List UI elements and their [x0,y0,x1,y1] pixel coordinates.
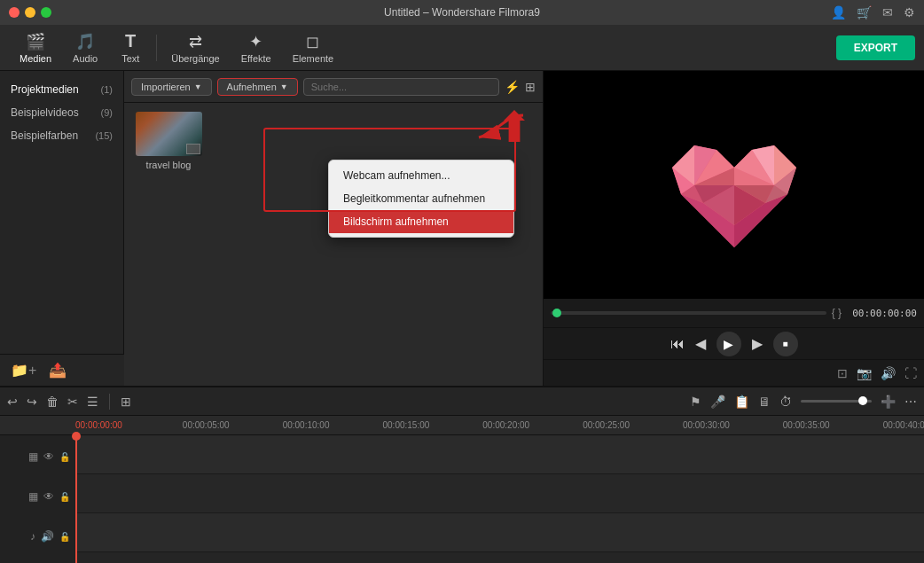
play-button[interactable]: ▶ [716,332,741,356]
preview-progress-bar: { } 00:00:00:00 [544,299,924,327]
minimize-button[interactable] [25,7,35,18]
ruler-mark-40: 00:00:40:00 [883,420,924,430]
timecode-display: 00:00:00:00 [852,308,917,319]
add-folder-icon[interactable]: 📁+ [11,362,36,379]
track-area [75,435,924,563]
tl-mic-icon[interactable]: 🎤 [710,395,725,409]
mail-icon: ✉ [882,5,893,20]
track3-vol-icon[interactable]: 🔊 [41,530,54,543]
volume-icon[interactable]: 🔊 [881,366,896,380]
skip-back-button[interactable]: ⏮ [670,336,685,352]
undo-icon[interactable]: ↩ [7,395,18,409]
tl-more-icon[interactable]: ⋯ [904,395,917,409]
title-icon-area: 👤 🛒 ✉ ⚙ [831,5,915,20]
step-forward-button[interactable]: ▶ [752,335,763,352]
filter-icon[interactable]: ⚡ [505,80,520,94]
toolbar-effekte[interactable]: ✦ Effekte [231,28,282,67]
timeline-toolbar: ↩ ↪ 🗑 ✂ ☰ ⊞ ⚑ 🎤 📋 🖥 ⏱ ➕ ⋯ [0,387,924,416]
window-title: Untitled – Wondershare Filmora9 [384,6,540,19]
track2-eye-icon[interactable]: 👁 [43,490,54,503]
import-folder-icon[interactable]: 📤 [49,362,67,379]
playhead[interactable] [75,435,77,563]
track-label-1: ▦ 👁 🔓 [0,437,75,476]
media-panel: Importieren ▼ Aufnehmen ▼ ⚡ ⊞ Webcam auf… [124,71,543,386]
list-icon[interactable]: ☰ [87,395,98,409]
preview-transport-controls: ⏮ ◀ ▶ ▶ ■ [544,327,924,359]
timeline-content: ▦ 👁 🔓 ▦ 👁 🔓 ♪ 🔊 🔓 [0,435,924,563]
cut-icon[interactable]: ✂ [67,395,78,409]
zoom-thumb [858,396,867,405]
tl-clip-icon[interactable]: 📋 [734,395,749,409]
track-label-2: ▦ 👁 🔓 [0,477,75,516]
track3-lock-icon[interactable]: 🔓 [59,532,70,542]
settings-icon: ⚙ [904,5,915,20]
timeline-ruler: 00:00:00:00 00:00:05:00 00:00:10:00 00:0… [0,416,924,435]
tl-screen-icon[interactable]: 🖥 [758,395,771,409]
screen-size-icon[interactable]: ⊡ [837,366,848,380]
track-row-3 [75,513,924,552]
sidebar-item-beispielfarben[interactable]: Beispielfarben (15) [0,124,123,147]
dropdown-webcam[interactable]: Webcam aufnehmen... [329,164,513,187]
sidebar: Projektmedien (1) Beispielvideos (9) Bei… [0,71,124,386]
close-button[interactable] [9,7,20,18]
grid-icon[interactable]: ⊞ [525,80,536,94]
toolbar-elemente[interactable]: ◻ Elemente [282,28,344,67]
ruler-mark-30: 00:00:30:00 [683,420,730,430]
dropdown-bildschirm[interactable]: Bildschirm aufnehmen [329,210,513,233]
uebergaenge-icon: ⇄ [189,32,202,51]
step-back-button[interactable]: ◀ [695,335,706,352]
toolbar-text[interactable]: T Text [108,27,153,67]
ruler-mark-25: 00:00:25:00 [583,420,630,430]
user-icon: 👤 [831,5,846,20]
media-item-travel-blog[interactable]: travel blog [133,112,204,170]
tl-flag-icon[interactable]: ⚑ [690,395,701,409]
in-out-marker: { } [832,307,842,319]
preview-canvas [544,71,924,299]
traffic-lights [9,7,51,18]
preview-panel: { } 00:00:00:00 ⏮ ◀ ▶ ▶ ■ ⊡ 📷 🔊 ⛶ [543,71,924,386]
track1-eye-icon[interactable]: 👁 [43,450,54,463]
import-button[interactable]: Importieren ▼ [131,78,212,96]
aufnehmen-button[interactable]: Aufnehmen ▼ [217,78,298,96]
dropdown-begleit[interactable]: Begleitkommentar aufnehmen [329,187,513,210]
track2-lock-icon[interactable]: 🔓 [59,492,70,502]
track1-lock-icon[interactable]: 🔓 [59,452,70,462]
track1-icon: ▦ [28,450,38,463]
track2-icon: ▦ [28,490,38,503]
track3-icon: ♪ [30,530,35,543]
snapshot-icon[interactable]: 📷 [857,366,872,380]
ruler-mark-20: 00:00:20:00 [482,420,529,430]
cart-icon: 🛒 [857,5,872,20]
ruler-mark-15: 00:00:15:00 [382,420,429,430]
elemente-icon: ◻ [306,32,319,51]
zoom-in-icon[interactable]: ➕ [881,395,896,409]
media-toolbar: Importieren ▼ Aufnehmen ▼ ⚡ ⊞ [124,71,543,103]
media-thumbnail [136,112,202,156]
toolbar-medien[interactable]: 🎬 Medien [9,28,62,67]
zoom-slider[interactable] [801,400,872,403]
toolbar-uebergaenge[interactable]: ⇄ Übergänge [161,28,230,67]
stop-button[interactable]: ■ [773,332,798,356]
track-row-2 [75,474,924,513]
sidebar-item-projektmedien[interactable]: Projektmedien (1) [0,78,123,101]
redo-icon[interactable]: ↪ [27,395,37,409]
film-icon [186,144,200,154]
sidebar-item-beispielvideos[interactable]: Beispielvideos (9) [0,101,123,124]
effekte-icon: ✦ [249,32,262,51]
fullscreen-icon[interactable]: ⛶ [904,366,917,380]
delete-icon[interactable]: 🗑 [46,395,59,409]
track-label-3: ♪ 🔊 🔓 [0,517,75,556]
ruler-mark-5: 00:00:05:00 [183,420,230,430]
aufnehmen-dropdown: Webcam aufnehmen... Begleitkommentar auf… [328,160,514,238]
export-button[interactable]: EXPORT [836,35,915,60]
search-input[interactable] [303,78,499,96]
medien-icon: 🎬 [26,32,45,51]
ruler-start: 00:00:00:00 [75,420,122,430]
fullscreen-button[interactable] [41,7,51,18]
playback-progress[interactable] [551,311,826,315]
add-track-icon[interactable]: ⊞ [121,395,131,409]
aufnehmen-chevron-icon: ▼ [280,82,288,91]
main-area: Projektmedien (1) Beispielvideos (9) Bei… [0,71,924,386]
tl-time-icon[interactable]: ⏱ [779,395,792,409]
toolbar-audio[interactable]: 🎵 Audio [62,28,108,67]
